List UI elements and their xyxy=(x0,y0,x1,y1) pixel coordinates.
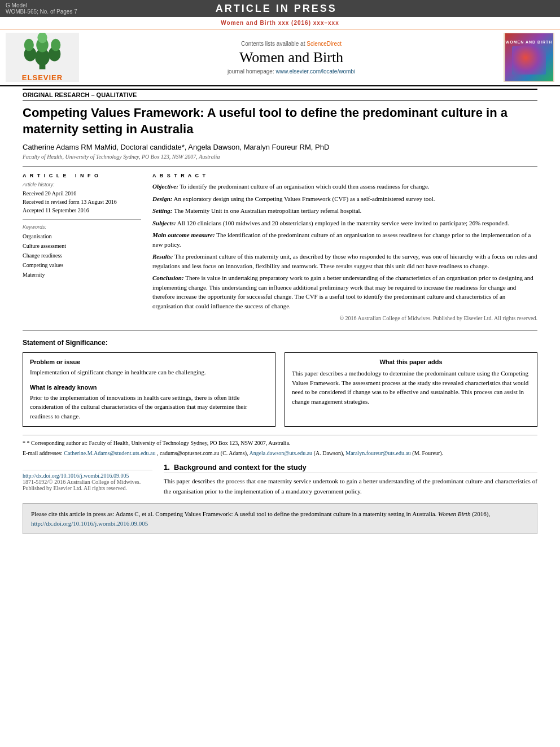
sciencedirect-link[interactable]: ScienceDirect xyxy=(307,41,342,47)
keywords-label: Keywords: xyxy=(23,224,141,230)
abstract-objective: Objective: To identify the predominant c… xyxy=(152,182,537,191)
keywords-block: Keywords: Organisation Culture assessmen… xyxy=(23,224,141,279)
journal-title-area: Contents lists available at ScienceDirec… xyxy=(79,33,504,82)
doi-link[interactable]: http://dx.doi.org/10.1016/j.wombi.2016.0… xyxy=(23,473,129,479)
background-heading: 1. Background and context for the study xyxy=(164,463,537,473)
significance-right-box: What this paper adds This paper describe… xyxy=(285,352,537,427)
abstract-design: Design: An exploratory design using the … xyxy=(152,194,537,204)
citation-doi-link[interactable]: http://dx.doi.org/10.1016/j.wombi.2016.0… xyxy=(31,520,148,527)
significance-left-box: Problem or issue Implementation of signi… xyxy=(23,352,275,427)
article-info-label: A R T I C L E I N F O xyxy=(23,173,141,178)
abstract-column: A B S T R A C T Objective: To identify t… xyxy=(152,173,537,322)
email-link-1[interactable]: Catherine.M.Adams@student.uts.edu.au xyxy=(64,450,155,456)
keywords-list: Organisation Culture assessment Change r… xyxy=(23,231,141,279)
footnote-corresponding: * * Corresponding author at: Faculty of … xyxy=(23,439,537,447)
email-link-2[interactable]: Angela.dawson@uts.edu.au xyxy=(249,450,312,456)
model-info: G Model WOMBI-565; No. of Pages 7 xyxy=(6,2,77,15)
cover-text: WOMEN AND BIRTH xyxy=(506,40,553,44)
affiliation: Faculty of Health, University of Technol… xyxy=(23,154,537,160)
abstract-conclusion: Conclusion: There is value in undertakin… xyxy=(152,273,537,311)
significance-title: Statement of Significance: xyxy=(23,339,537,347)
background-text: This paper describes the process that on… xyxy=(164,477,537,496)
abstract-main-outcome: Main outcome measure: The identification… xyxy=(152,230,537,249)
journal-homepage: journal homepage: www.elsevier.com/locat… xyxy=(228,68,355,75)
paper-adds-text: This paper describes a methodology to de… xyxy=(292,369,530,406)
bottom-section: http://dx.doi.org/10.1016/j.wombi.2016.0… xyxy=(23,463,537,496)
article-history-block: Article history: Received 20 April 2016 … xyxy=(23,182,141,220)
abstract-subjects: Subjects: All 120 clinicians (100 midwiv… xyxy=(152,219,537,228)
svg-point-5 xyxy=(24,39,34,51)
abstract-text: Objective: To identify the predominant c… xyxy=(152,182,537,322)
svg-point-6 xyxy=(51,39,60,51)
citation-box: Please cite this article in press as: Ad… xyxy=(23,503,537,534)
accepted-date: Accepted 11 September 2016 xyxy=(23,206,141,215)
article-title: Competing Values Framework: A useful too… xyxy=(23,105,537,137)
article-info-column: A R T I C L E I N F O Article history: R… xyxy=(23,173,141,322)
issn-text: 1871-5192/© 2016 Australian College of M… xyxy=(23,479,141,491)
journal-title: Women and Birth xyxy=(239,49,343,66)
history-label: Article history: xyxy=(23,182,141,187)
elsevier-wordmark: ELSEVIER xyxy=(22,73,63,82)
known-title: What is already known xyxy=(30,384,268,391)
top-bar: G Model WOMBI-565; No. of Pages 7 ARTICL… xyxy=(0,0,560,17)
section-divider xyxy=(23,330,537,331)
abstract-results: Results: The predominant culture of this… xyxy=(152,252,537,270)
journal-cover-image: WOMEN AND BIRTH xyxy=(504,33,554,82)
problem-title: Problem or issue xyxy=(30,359,268,365)
significance-section: Statement of Significance: Problem or is… xyxy=(23,339,537,427)
main-content: ORIGINAL RESEARCH – QUALITATIVE Competin… xyxy=(0,89,560,534)
journal-header: ELSEVIER Contents lists available at Sci… xyxy=(0,29,560,86)
paper-adds-title: What this paper adds xyxy=(292,359,530,365)
email-link-3[interactable]: Maralyn.foureur@uts.edu.au xyxy=(345,450,411,456)
problem-text: Implementation of significant change in … xyxy=(30,368,268,377)
homepage-url[interactable]: www.elsevier.com/locate/wombi xyxy=(276,68,356,75)
cover-art: WOMEN AND BIRTH xyxy=(505,33,553,81)
contents-line: Contents lists available at ScienceDirec… xyxy=(241,41,342,47)
authors: Catherine Adams RM MaMid, Doctoral candi… xyxy=(23,143,537,151)
cover-image-art xyxy=(512,46,546,75)
footnote-email: E-mail addresses: Catherine.M.Adams@stud… xyxy=(23,449,537,457)
article-info-abstract-columns: A R T I C L E I N F O Article history: R… xyxy=(23,167,537,322)
elsevier-logo-container: ELSEVIER xyxy=(6,33,79,82)
background-section: 1. Background and context for the study … xyxy=(164,463,537,496)
elsevier-tree-icon xyxy=(11,33,73,72)
doi-section: http://dx.doi.org/10.1016/j.wombi.2016.0… xyxy=(23,463,152,496)
significance-columns: Problem or issue Implementation of signi… xyxy=(23,352,537,427)
footnotes-section: * * Corresponding author at: Faculty of … xyxy=(23,435,537,457)
known-text: Prior to the implementation of innovatio… xyxy=(30,393,268,421)
abstract-label: A B S T R A C T xyxy=(152,173,537,178)
abstract-setting: Setting: The Maternity Unit in one Austr… xyxy=(152,206,537,216)
article-in-press-label: ARTICLE IN PRESS xyxy=(216,3,337,15)
revised-date: Received in revised form 13 August 2016 xyxy=(23,198,141,206)
received-date: Received 20 April 2016 xyxy=(23,189,141,198)
journal-issue-line: Women and Birth xxx (2016) xxx–xxx xyxy=(221,18,339,28)
article-type: ORIGINAL RESEARCH – QUALITATIVE xyxy=(23,89,537,101)
abstract-copyright: © 2016 Australian College of Midwives. P… xyxy=(152,314,537,322)
doi-bar: http://dx.doi.org/10.1016/j.wombi.2016.0… xyxy=(23,470,152,491)
